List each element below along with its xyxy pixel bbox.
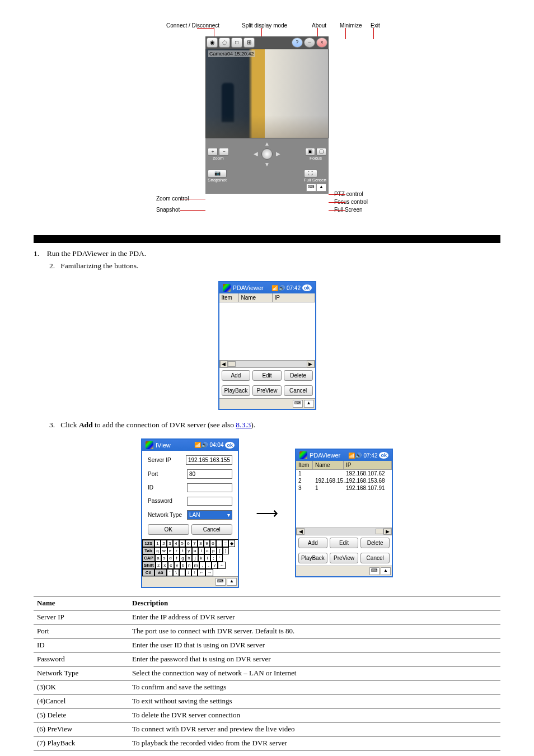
kb-key[interactable] — [179, 569, 185, 576]
kb-key[interactable]: l — [204, 554, 210, 562]
kb-key[interactable]: t — [180, 547, 186, 554]
menu-up[interactable]: ▲ — [381, 567, 391, 575]
ptz-dpad[interactable]: ▲ ▼ ◀ ▶ — [254, 141, 280, 167]
scrollbar[interactable]: ◀▶ — [296, 528, 392, 535]
kb-key[interactable]: , — [199, 562, 205, 569]
edit-button[interactable]: Edit — [252, 370, 282, 381]
kb-key[interactable]: h — [186, 554, 192, 562]
form-cancel-button[interactable]: Cancel — [191, 524, 233, 535]
kb-key[interactable]: ◆ — [228, 540, 235, 547]
network-select[interactable]: LAN▾ — [187, 510, 232, 520]
add-button[interactable]: Add — [298, 538, 327, 548]
onscreen-keyboard[interactable]: 1231234567890-=◆Tabqwertyuiop[]CAPasdfgh… — [142, 539, 238, 576]
connect-button[interactable]: ◉ — [207, 38, 218, 48]
kb-key[interactable]: Ctl — [142, 569, 154, 576]
kb-key[interactable]: \ — [173, 569, 179, 576]
kb-key[interactable]: 4 — [173, 540, 179, 547]
disconnect-button[interactable]: ◌ — [219, 38, 230, 48]
fullscreen-button[interactable]: ⛶ — [304, 170, 317, 178]
focus-near-button[interactable]: ▣ — [305, 148, 315, 156]
playback-button[interactable]: PlayBack — [222, 385, 251, 396]
kb-key[interactable]: 7 — [191, 540, 198, 547]
kb-key[interactable]: u — [192, 547, 198, 554]
preview-button[interactable]: PreView — [330, 553, 359, 563]
id-input[interactable] — [187, 483, 232, 492]
kb-key[interactable]: ` — [167, 569, 173, 576]
kb-key[interactable]: → — [205, 569, 213, 576]
table-row[interactable]: 1192.168.107.62 — [296, 470, 392, 477]
kb-key[interactable]: c — [168, 562, 174, 569]
ok-button-pop[interactable]: ok — [379, 452, 388, 459]
add-button[interactable]: Add — [222, 370, 251, 381]
ok-button[interactable]: ok — [302, 284, 312, 291]
kb-key[interactable]: ; — [210, 554, 217, 562]
kb-key[interactable]: 1 — [154, 540, 161, 547]
kb-key[interactable]: p — [210, 547, 217, 554]
kb-key[interactable]: ↓ — [185, 569, 191, 576]
kb-key[interactable]: CAP — [142, 554, 155, 562]
ok-button-form[interactable]: ok — [225, 442, 235, 449]
form-ok-button[interactable]: OK — [148, 524, 189, 535]
kb-key[interactable]: - — [216, 540, 222, 547]
kb-key[interactable]: y — [186, 547, 192, 554]
password-input[interactable] — [187, 497, 232, 506]
cancel-button[interactable]: Cancel — [284, 385, 313, 396]
kb-key[interactable]: ← — [198, 569, 205, 576]
preview-button[interactable]: PreView — [252, 385, 282, 396]
kb-key[interactable]: n — [186, 562, 193, 569]
kb-key[interactable]: 3 — [167, 540, 173, 547]
close-button[interactable]: × — [316, 38, 327, 48]
keyboard-icon[interactable]: ⌨ — [306, 184, 316, 192]
kb-key[interactable]: áü — [154, 569, 167, 576]
table-row[interactable]: 2192.168.15…192.168.153.68 — [296, 477, 392, 484]
up-icon[interactable]: ▲ — [316, 184, 326, 192]
kb-key[interactable]: 6 — [185, 540, 191, 547]
kb-key[interactable]: / — [212, 562, 218, 569]
kb-key[interactable]: q — [154, 547, 161, 554]
add-link[interactable]: 8.3.3 — [236, 421, 251, 429]
kb-key[interactable]: 123 — [142, 540, 154, 547]
server-ip-input[interactable]: 192.165.163.155 — [186, 455, 232, 465]
kb-key[interactable]: ↑ — [191, 569, 198, 576]
keyboard-toggle[interactable]: ⌨ — [216, 578, 226, 586]
kb-key[interactable]: x — [162, 562, 168, 569]
kb-key[interactable]: ] — [223, 547, 229, 554]
kb-key[interactable]: ' — [217, 554, 223, 562]
kb-key[interactable]: m — [193, 562, 200, 569]
menu-up[interactable]: ▲ — [304, 400, 314, 408]
kb-key[interactable]: 8 — [198, 540, 204, 547]
delete-button[interactable]: Delete — [360, 538, 390, 548]
snapshot-button[interactable]: 📷 — [208, 170, 227, 178]
kb-key[interactable]: Shift — [142, 562, 156, 569]
about-button[interactable]: ? — [292, 38, 303, 48]
port-input[interactable]: 80 — [187, 469, 232, 479]
kb-key[interactable]: k — [198, 554, 204, 562]
kb-key[interactable]: o — [204, 547, 210, 554]
kb-key[interactable]: v — [174, 562, 180, 569]
minimize-button[interactable]: – — [304, 38, 315, 48]
menu-up[interactable]: ▲ — [227, 578, 237, 586]
kb-key[interactable]: e — [167, 547, 174, 554]
kb-key[interactable]: [ — [217, 547, 223, 554]
keyboard-toggle[interactable]: ⌨ — [369, 567, 380, 575]
delete-button[interactable]: Delete — [284, 370, 313, 381]
scrollbar[interactable]: ◀▶ — [219, 360, 315, 368]
kb-key[interactable]: Tab — [142, 547, 154, 554]
kb-key[interactable]: r — [174, 547, 180, 554]
kb-key[interactable]: g — [180, 554, 186, 562]
kb-key[interactable]: 5 — [179, 540, 185, 547]
split-4[interactable]: ⊞ — [243, 38, 255, 48]
edit-button[interactable]: Edit — [330, 538, 359, 548]
kb-key[interactable]: d — [167, 554, 174, 562]
kb-key[interactable]: b — [180, 562, 186, 569]
kb-key[interactable]: 9 — [204, 540, 210, 547]
kb-key[interactable]: 2 — [161, 540, 167, 547]
zoom-in-button[interactable]: + — [208, 148, 218, 156]
split-1[interactable]: □ — [231, 38, 242, 48]
kb-key[interactable]: a — [155, 554, 161, 562]
focus-far-button[interactable]: ▢ — [316, 148, 326, 156]
kb-key[interactable]: j — [192, 554, 198, 562]
kb-key[interactable]: f — [174, 554, 180, 562]
kb-key[interactable]: = — [222, 540, 228, 547]
playback-button[interactable]: PlayBack — [298, 553, 327, 563]
